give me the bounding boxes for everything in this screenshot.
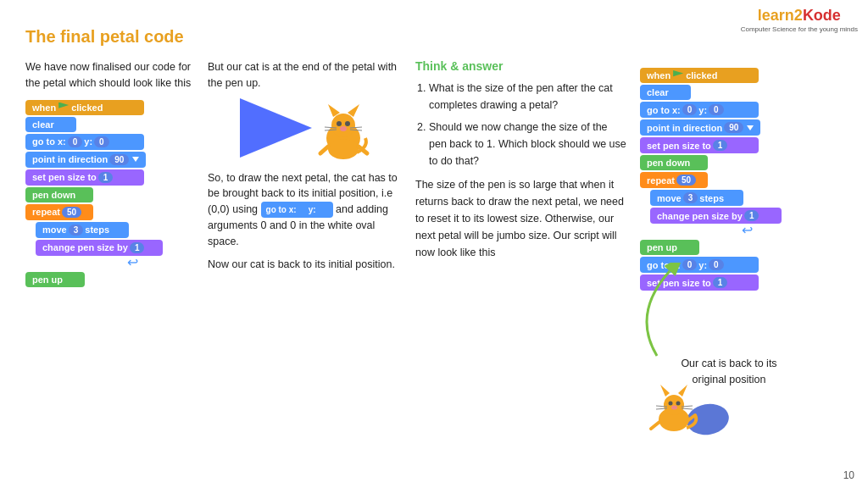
block-pendown: pen down (25, 187, 93, 202)
svg-marker-4 (348, 104, 359, 117)
svg-line-28 (651, 422, 659, 429)
block-col4-pendown: pen down (640, 155, 708, 170)
col2-text-bottom: So, to draw the next petal, the cat has … (208, 170, 403, 250)
question-1: What is the size of the pen after the ca… (429, 80, 627, 114)
answer-text: The size of the pen is so large that whe… (415, 176, 627, 261)
svg-marker-19 (660, 385, 670, 396)
block-point: point in direction 90 (25, 152, 146, 168)
svg-point-5 (337, 121, 342, 126)
triangle-svg (240, 98, 316, 162)
column-4: when clicked clear go to x: 0 y: 0 point… (640, 59, 856, 292)
block-col4-repeat: repeat 50 (640, 172, 708, 188)
inline-goto-block: go to x: y: (261, 202, 333, 218)
col2-text-top: But our cat is at the end of the petal w… (208, 59, 403, 92)
page-number: 10 (843, 469, 854, 481)
scratch-blocks-col1: when clicked clear go to x: 0 y: 0 point… (25, 100, 195, 289)
block-col4-changepensize: change pen size by 1 (650, 208, 782, 224)
svg-marker-0 (240, 98, 312, 158)
column-2: But our cat is at the end of the petal w… (208, 59, 403, 272)
logo-tagline: Computer Science for the young minds (741, 25, 858, 33)
logo-learn: learn2 (758, 7, 803, 24)
col2-text-bottom3: Now our cat is back to its initial posit… (208, 257, 403, 273)
svg-point-21 (669, 402, 673, 406)
flag-icon (58, 103, 69, 113)
block-setpensize1: set pen size to 1 (25, 169, 144, 186)
think-answer-title: Think & answer (415, 59, 627, 73)
block-move: move 3 steps (36, 222, 129, 238)
block-repeat: repeat 50 (25, 204, 93, 220)
svg-marker-20 (678, 385, 687, 396)
block-col4-setpen1: set pen size to 1 (640, 137, 759, 153)
green-arrow-svg (623, 263, 691, 364)
block-when-clicked: when clicked (25, 100, 144, 115)
block-clear: clear (25, 117, 76, 132)
svg-point-22 (676, 402, 681, 406)
column-3: Think & answer What is the size of the p… (415, 59, 627, 261)
logo-code: Kode (803, 7, 841, 24)
curved-arrow-icon: ↩ (127, 254, 195, 270)
block-col4-point: point in direction 90 (640, 119, 760, 136)
svg-point-6 (345, 121, 350, 126)
cat-sprite-svg (316, 100, 371, 159)
block-change-pensize: change pen size by 1 (36, 240, 163, 256)
col1-text: We have now finalised our code for the p… (25, 59, 195, 92)
block-col4-move: move 3 steps (650, 190, 743, 206)
scratch-blocks-col4: when clicked clear go to x: 0 y: 0 point… (640, 68, 856, 292)
column-1: We have now finalised our code for the p… (25, 59, 195, 289)
block-penup: pen up (25, 272, 85, 287)
svg-point-23 (671, 406, 677, 410)
page-title: The final petal code (25, 27, 184, 47)
svg-point-2 (331, 114, 355, 137)
svg-point-12 (328, 139, 359, 159)
cat-triangle-illustration (208, 98, 403, 162)
block-col4-when: when clicked (640, 68, 759, 83)
svg-point-7 (340, 126, 347, 131)
block-col4-clear: clear (640, 85, 691, 100)
curved-arrow-icon-2: ↩ (742, 222, 856, 238)
block-col4-goto1: go to x: 0 y: 0 (640, 102, 759, 118)
think-answer-list: What is the size of the pen after the ca… (415, 80, 627, 169)
flag-icon-2 (673, 70, 683, 80)
svg-point-18 (664, 395, 684, 415)
cat2-svg (644, 373, 729, 441)
block-col4-penup: pen up (640, 240, 699, 255)
svg-line-13 (320, 147, 328, 153)
block-goto: go to x: 0 y: 0 (25, 134, 144, 150)
cat2-illustration (644, 373, 729, 443)
logo: learn2Kode Computer Science for the youn… (741, 7, 858, 33)
question-2: Should we now change the size of the pen… (429, 119, 627, 169)
